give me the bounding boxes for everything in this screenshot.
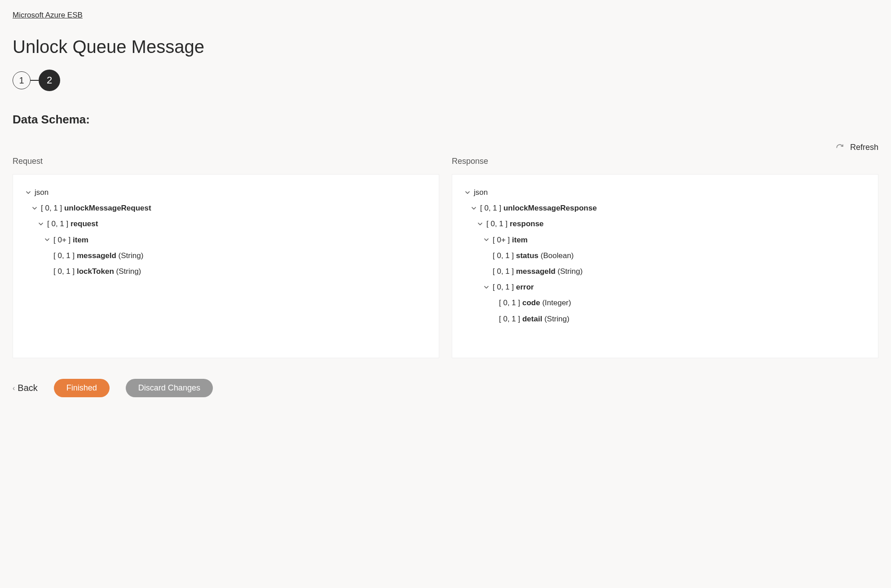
node-name: messageId	[516, 265, 556, 277]
refresh-button[interactable]: Refresh	[13, 143, 878, 152]
tree-node-request[interactable]: [ 0, 1 ] request	[25, 216, 427, 232]
discard-changes-button[interactable]: Discard Changes	[126, 379, 213, 397]
node-name: unlockMessageRequest	[64, 202, 151, 214]
response-panel: json [ 0, 1 ] unlockMessageResponse [ 0,…	[452, 174, 878, 358]
node-name: code	[522, 297, 540, 309]
node-type: (Integer)	[542, 297, 571, 309]
chevron-down-icon[interactable]	[476, 220, 484, 228]
node-name: detail	[522, 313, 542, 325]
breadcrumb-link[interactable]: Microsoft Azure ESB	[13, 11, 83, 20]
tree-node-messageId[interactable]: [ 0, 1 ] messageId (String)	[464, 263, 866, 279]
cardinality: [ 0, 1 ]	[53, 265, 75, 277]
refresh-icon	[836, 144, 844, 152]
node-name: messageId	[77, 250, 116, 262]
response-column: Response json [ 0, 1 ] unlockMessageResp…	[452, 157, 878, 358]
cardinality: [ 0, 1 ]	[499, 313, 520, 325]
node-type: (Boolean)	[541, 250, 574, 262]
node-name: request	[71, 218, 98, 230]
node-name: item	[73, 234, 88, 246]
response-label: Response	[452, 157, 878, 166]
tree-node-lockToken[interactable]: [ 0, 1 ] lockToken (String)	[25, 263, 427, 279]
node-type: (String)	[116, 265, 141, 277]
node-name: status	[516, 250, 538, 262]
back-button[interactable]: ‹ Back	[13, 383, 38, 393]
refresh-label: Refresh	[850, 143, 878, 152]
stepper: 1 2	[13, 70, 878, 91]
node-name: error	[516, 281, 534, 293]
cardinality: [ 0, 1 ]	[480, 202, 501, 214]
chevron-left-icon: ‹	[13, 384, 15, 392]
step-2[interactable]: 2	[39, 70, 60, 91]
tree-node-unlockMessageRequest[interactable]: [ 0, 1 ] unlockMessageRequest	[25, 200, 427, 216]
chevron-down-icon[interactable]	[37, 220, 44, 228]
tree-node-json[interactable]: json	[25, 184, 427, 200]
cardinality: [ 0, 1 ]	[499, 297, 520, 309]
cardinality: [ 0+ ]	[493, 234, 510, 246]
cardinality: [ 0, 1 ]	[486, 218, 507, 230]
chevron-down-icon[interactable]	[44, 236, 51, 243]
chevron-down-icon[interactable]	[31, 205, 38, 212]
request-panel: json [ 0, 1 ] unlockMessageRequest [ 0, …	[13, 174, 439, 358]
cardinality: [ 0, 1 ]	[47, 218, 68, 230]
node-type: (String)	[544, 313, 569, 325]
node-type: (String)	[119, 250, 144, 262]
tree-node-item[interactable]: [ 0+ ] item	[464, 232, 866, 248]
cardinality: [ 0, 1 ]	[493, 250, 514, 262]
tree-node-status[interactable]: [ 0, 1 ] status (Boolean)	[464, 248, 866, 263]
node-name: response	[510, 218, 544, 230]
tree-node-label: json	[35, 186, 49, 198]
chevron-down-icon[interactable]	[470, 205, 477, 212]
tree-node-response[interactable]: [ 0, 1 ] response	[464, 216, 866, 232]
cardinality: [ 0, 1 ]	[493, 281, 514, 293]
section-heading: Data Schema:	[13, 113, 878, 127]
node-name: lockToken	[77, 265, 114, 277]
page-title: Unlock Queue Message	[13, 37, 878, 57]
tree-node-messageId[interactable]: [ 0, 1 ] messageId (String)	[25, 248, 427, 263]
footer-actions: ‹ Back Finished Discard Changes	[13, 379, 878, 397]
chevron-down-icon[interactable]	[483, 284, 490, 291]
tree-node-error[interactable]: [ 0, 1 ] error	[464, 279, 866, 295]
step-connector	[31, 80, 39, 81]
back-label: Back	[18, 383, 37, 393]
node-name: item	[512, 234, 528, 246]
tree-node-label: json	[474, 186, 488, 198]
node-type: (String)	[558, 265, 583, 277]
cardinality: [ 0, 1 ]	[41, 202, 62, 214]
request-label: Request	[13, 157, 439, 166]
cardinality: [ 0, 1 ]	[493, 265, 514, 277]
finished-button[interactable]: Finished	[54, 379, 110, 397]
chevron-down-icon[interactable]	[483, 236, 490, 243]
cardinality: [ 0, 1 ]	[53, 250, 75, 262]
request-column: Request json [ 0, 1 ] unlockMessageReque…	[13, 157, 439, 358]
node-name: unlockMessageResponse	[503, 202, 597, 214]
tree-node-item[interactable]: [ 0+ ] item	[25, 232, 427, 248]
tree-node-code[interactable]: [ 0, 1 ] code (Integer)	[464, 295, 866, 311]
tree-node-json[interactable]: json	[464, 184, 866, 200]
tree-node-unlockMessageResponse[interactable]: [ 0, 1 ] unlockMessageResponse	[464, 200, 866, 216]
tree-node-detail[interactable]: [ 0, 1 ] detail (String)	[464, 311, 866, 327]
chevron-down-icon[interactable]	[464, 189, 471, 196]
chevron-down-icon[interactable]	[25, 189, 32, 196]
step-1[interactable]: 1	[13, 71, 31, 89]
cardinality: [ 0+ ]	[53, 234, 71, 246]
